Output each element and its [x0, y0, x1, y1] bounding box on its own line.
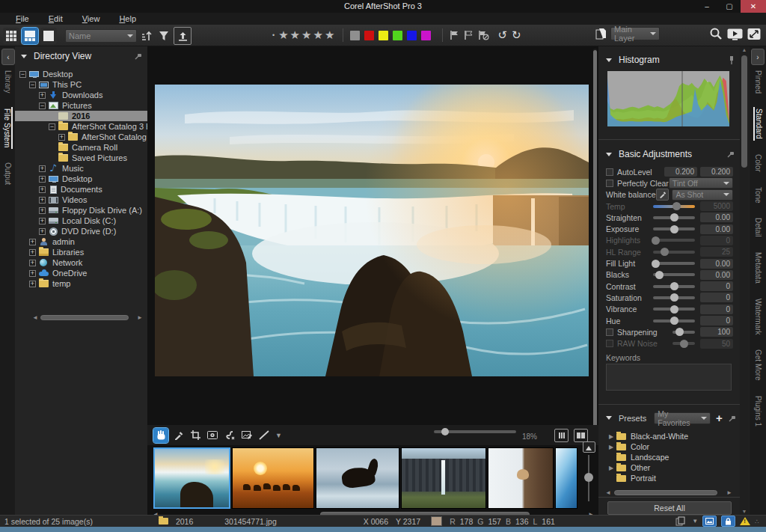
raw-noise-checkbox[interactable] — [606, 340, 613, 347]
thumbnail-sunset-horses[interactable] — [232, 447, 314, 509]
blacks-slider[interactable] — [653, 273, 695, 276]
tree-item-music[interactable]: +Music — [15, 163, 147, 174]
layer-dropdown[interactable]: Main Layer — [610, 27, 660, 40]
tools-chevron-icon[interactable]: ▼ — [275, 432, 282, 439]
saturation-slider[interactable] — [653, 296, 695, 299]
vibrance-value[interactable]: 0 — [700, 305, 733, 314]
tab-plugins-1[interactable]: Plugins 1 — [754, 394, 762, 428]
autolevel-checkbox[interactable] — [606, 168, 613, 176]
scroll-left-icon[interactable]: ◄ — [31, 314, 39, 321]
tab-detail[interactable]: Detail — [754, 216, 762, 239]
flag-unflag-icon[interactable] — [464, 30, 474, 40]
color-label-5[interactable] — [407, 31, 417, 40]
expand-toggle-icon[interactable]: + — [58, 134, 65, 141]
expand-toggle-icon[interactable]: − — [49, 123, 55, 130]
expand-toggle-icon[interactable]: + — [39, 207, 46, 214]
standard-view-button[interactable] — [22, 28, 38, 44]
viewer-vscrollbar[interactable] — [593, 49, 597, 438]
keywords-input[interactable] — [606, 364, 732, 391]
tree-item-admin[interactable]: +admin — [15, 236, 147, 247]
expand-toggle-icon[interactable]: + — [39, 165, 46, 172]
preset-folder-landscape[interactable]: Landscape — [609, 452, 736, 462]
raw-noise-slider-knob[interactable] — [680, 340, 688, 348]
highlights-value[interactable]: 0 — [700, 236, 733, 245]
white-balance-dropper-button[interactable] — [656, 189, 670, 201]
straighten-value[interactable]: 0.00 — [700, 213, 733, 222]
star-icon[interactable]: ★ — [313, 28, 325, 41]
tree-item-downloads[interactable]: +Downloads — [15, 90, 147, 100]
minimize-button[interactable]: – — [696, 0, 718, 13]
dropper-tool-button[interactable] — [171, 428, 186, 443]
contrast-slider[interactable] — [653, 285, 695, 288]
undo-button[interactable]: ↺ — [497, 28, 507, 42]
heal-tool-button[interactable] — [222, 428, 237, 443]
lock-button[interactable] — [721, 516, 735, 527]
pan-tool-button[interactable] — [153, 428, 168, 443]
vibrance-slider[interactable] — [653, 308, 695, 311]
directory-hscrollbar[interactable]: ◄ ► — [31, 314, 144, 321]
tab-metadata[interactable]: Metadata — [754, 251, 762, 285]
thumbnail-running-horse[interactable] — [316, 447, 399, 509]
presets-hscrollbar[interactable]: ◄ ► — [604, 489, 733, 496]
hue-slider[interactable] — [653, 319, 695, 322]
menu-help[interactable]: Help — [109, 13, 146, 24]
straighten-tool-button[interactable] — [257, 428, 272, 443]
tab-pinned[interactable]: Pinned — [754, 69, 762, 95]
fill-light-slider[interactable] — [653, 262, 695, 265]
tree-item-2016[interactable]: 2016 — [15, 111, 147, 121]
expand-toggle-icon[interactable]: − — [39, 103, 46, 109]
layer-page-icon[interactable] — [595, 28, 607, 40]
tab-output[interactable]: Output — [4, 161, 12, 186]
tint-dropdown[interactable]: Tint Off — [669, 177, 733, 189]
hue-slider-knob[interactable] — [670, 317, 678, 325]
expand-toggle-icon[interactable]: + — [29, 249, 36, 256]
collapse-right-panel-button[interactable]: › — [751, 49, 765, 65]
tab-tone[interactable]: Tone — [754, 186, 762, 205]
expand-arrow-icon[interactable]: ▶ — [609, 444, 616, 450]
preset-folder-black-and-white[interactable]: ▶Black-and-White — [609, 431, 736, 441]
star-icon[interactable]: ★ — [325, 28, 336, 41]
saturation-slider-knob[interactable] — [670, 293, 678, 302]
tree-item-onedrive[interactable]: +OneDrive — [15, 268, 147, 278]
color-label-3[interactable] — [379, 31, 388, 40]
collapse-triangle-icon[interactable] — [606, 416, 612, 420]
zoom-slider[interactable] — [434, 430, 516, 433]
contrast-value[interactable]: 0 — [700, 281, 733, 291]
star-icon[interactable]: ★ — [290, 28, 301, 41]
copy-settings-icon[interactable] — [675, 516, 687, 526]
tab-file-system[interactable]: File System — [3, 107, 13, 149]
temp-value[interactable]: 5000 — [700, 201, 733, 211]
redeye-tool-button[interactable] — [205, 428, 220, 443]
exposure-slider[interactable] — [653, 227, 695, 230]
pin-icon[interactable] — [728, 414, 735, 423]
sharpening-slider-knob[interactable] — [675, 328, 684, 336]
collapse-left-panel-button[interactable]: ‹ — [1, 49, 15, 65]
collapse-triangle-icon[interactable] — [606, 58, 612, 62]
temp-slider[interactable] — [653, 205, 695, 208]
tree-item-libraries[interactable]: +Libraries — [15, 247, 147, 257]
vibrance-slider-knob[interactable] — [670, 305, 678, 314]
preset-folder-color[interactable]: ▶Color — [609, 441, 736, 452]
sharpening-checkbox[interactable] — [606, 328, 613, 336]
menu-file[interactable]: File — [6, 13, 39, 24]
tree-item-saved-pictures[interactable]: Saved Pictures — [15, 153, 147, 163]
tab-color[interactable]: Color — [754, 153, 762, 174]
crop-tool-button[interactable] — [188, 428, 203, 443]
thumbnail-view-button[interactable] — [3, 28, 19, 44]
warning-icon[interactable] — [740, 517, 750, 525]
thumbnail-size-knob[interactable] — [584, 473, 593, 482]
rating-dot[interactable]: • — [272, 31, 275, 39]
filter-button[interactable] — [156, 28, 171, 44]
collapse-triangle-icon[interactable] — [21, 55, 27, 58]
expand-toggle-icon[interactable]: + — [39, 197, 46, 204]
preset-folder-other[interactable]: ▶Other — [609, 462, 736, 473]
tree-item-this-pc[interactable]: −This PC — [15, 79, 147, 90]
saturation-value[interactable]: 0 — [700, 293, 733, 302]
expand-toggle-icon[interactable]: + — [29, 270, 36, 277]
multi-view-button[interactable] — [554, 429, 569, 442]
menu-edit[interactable]: Edit — [39, 13, 73, 24]
fill-light-slider-knob[interactable] — [652, 260, 660, 268]
straighten-slider[interactable] — [653, 216, 695, 219]
tree-item-local-disk-c[interactable]: +Local Disk (C:) — [15, 215, 147, 226]
scroll-right-icon[interactable]: ► — [726, 489, 733, 496]
